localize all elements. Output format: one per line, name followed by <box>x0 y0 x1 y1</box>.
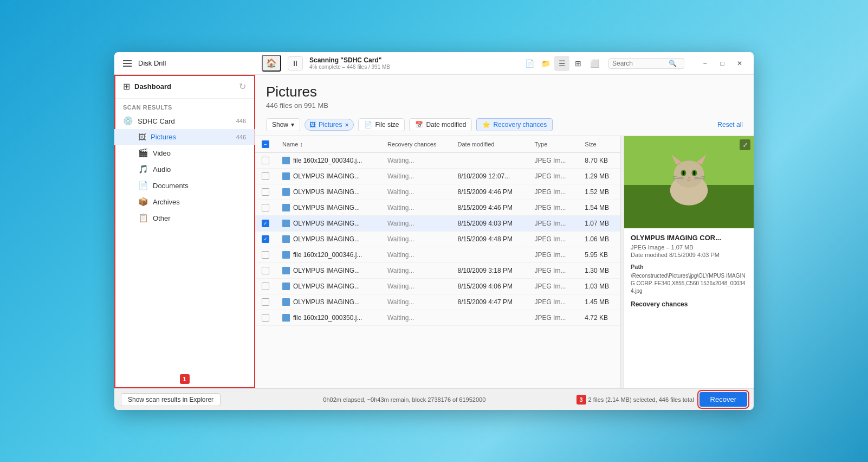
preview-panel: ⤢ OLYMPUS IMAGING COR... JPEG Image – 1.… <box>624 136 754 388</box>
table-row[interactable]: OLYMPUS IMAGING... Waiting... 8/15/2009 … <box>255 294 620 310</box>
sidebar-item-audio[interactable]: 🎵 Audio <box>114 161 255 177</box>
table-row[interactable]: OLYMPUS IMAGING... Waiting... 8/10/2009 … <box>255 169 620 184</box>
row-checkbox-cell <box>255 294 276 310</box>
sidebar-item-documents-label: Documents <box>153 182 246 190</box>
row-checkbox[interactable] <box>262 204 269 211</box>
row-recovery: Waiting... <box>381 184 451 200</box>
file-size-filter-button[interactable]: 📄 File size <box>358 118 405 131</box>
row-checkbox[interactable] <box>262 283 269 290</box>
status-elapsed: 0h02m elapsed, ~0h43m remain, block 2738… <box>323 396 485 403</box>
row-checkbox[interactable] <box>262 220 269 227</box>
table-container[interactable]: Name ↕ Recovery chances Date modified Ty… <box>255 136 620 388</box>
table-row[interactable]: OLYMPUS IMAGING... Waiting... 8/15/2009 … <box>255 232 620 247</box>
row-checkbox[interactable] <box>262 251 269 259</box>
reset-all-button[interactable]: Reset all <box>717 121 743 129</box>
files-table: Name ↕ Recovery chances Date modified Ty… <box>255 136 620 326</box>
date-modified-filter-button[interactable]: 📅 Date modified <box>409 118 472 131</box>
search-box[interactable]: 🔍 <box>608 58 684 69</box>
col-name[interactable]: Name ↕ <box>276 136 381 153</box>
status-left: Show scan results in Explorer <box>121 393 221 406</box>
row-type: JPEG Im... <box>528 200 578 216</box>
row-recovery: Waiting... <box>381 310 451 326</box>
sdhc-icon: 💿 <box>123 116 133 126</box>
table-row[interactable]: file 160x120_000346.j... Waiting... JPEG… <box>255 247 620 263</box>
row-checkbox[interactable] <box>262 267 269 274</box>
row-type: JPEG Im... <box>528 310 578 326</box>
row-size: 5.95 KB <box>578 247 620 263</box>
list-view-icon[interactable]: ☰ <box>554 56 569 71</box>
col-date[interactable]: Date modified <box>451 136 528 153</box>
pictures-chip-label: Pictures <box>319 121 342 129</box>
page-subtitle: 446 files on 991 MB <box>266 101 743 110</box>
scan-subtitle: 4% complete – 446 files / 991 MB <box>309 64 390 70</box>
maximize-button[interactable]: □ <box>715 56 730 71</box>
file-type-icon <box>282 235 290 243</box>
sidebar-item-pictures-count: 446 <box>236 134 246 140</box>
row-recovery: Waiting... <box>381 279 451 294</box>
sidebar-item-other[interactable]: 📋 Other <box>114 210 255 226</box>
show-filter-button[interactable]: Show ▾ <box>266 118 300 131</box>
pictures-chip-close[interactable]: ✕ <box>345 122 349 128</box>
sidebar-item-archives[interactable]: 📦 Archives <box>114 194 255 210</box>
date-icon-filter: 📅 <box>415 121 423 129</box>
row-type: JPEG Im... <box>528 263 578 279</box>
grid-view-icon[interactable]: ⊞ <box>571 56 586 71</box>
recover-button[interactable]: Recover <box>699 392 747 407</box>
dashboard-label: Dashboard <box>134 82 171 91</box>
table-row[interactable]: OLYMPUS IMAGING... Waiting... 8/15/2009 … <box>255 200 620 216</box>
pictures-chip[interactable]: 🖼 Pictures ✕ <box>305 119 354 131</box>
date-modified-label: Date modified <box>426 121 466 129</box>
select-all-checkbox[interactable] <box>262 140 269 148</box>
minimize-button[interactable]: − <box>697 56 712 71</box>
row-checkbox[interactable] <box>262 172 269 180</box>
table-row[interactable]: file 160x120_000350.j... Waiting... JPEG… <box>255 310 620 326</box>
col-recovery[interactable]: Recovery chances <box>381 136 451 153</box>
page-title: Pictures <box>266 84 743 100</box>
col-type[interactable]: Type <box>528 136 578 153</box>
col-size[interactable]: Size <box>578 136 620 153</box>
recovery-chances-filter-button[interactable]: ⭐ Recovery chances <box>476 118 553 131</box>
dashboard-button[interactable]: ⊞ Dashboard <box>123 81 171 92</box>
row-name: file 160x120_000350.j... <box>276 310 381 326</box>
archives-icon: 📦 <box>138 197 148 207</box>
table-row[interactable]: OLYMPUS IMAGING... Waiting... 8/15/2009 … <box>255 279 620 294</box>
preview-path-label: Path <box>631 264 747 270</box>
row-checkbox[interactable] <box>262 298 269 306</box>
row-date: 8/15/2009 4:46 PM <box>451 184 528 200</box>
save-icon[interactable]: 📄 <box>522 56 537 71</box>
table-row[interactable]: OLYMPUS IMAGING... Waiting... 8/10/2009 … <box>255 263 620 279</box>
svg-point-3 <box>674 161 704 188</box>
content-header: Pictures 446 files on 991 MB <box>255 75 754 114</box>
row-size: 1.06 MB <box>578 232 620 247</box>
row-name: OLYMPUS IMAGING... <box>276 263 381 279</box>
sidebar-item-documents[interactable]: 📄 Documents <box>114 177 255 194</box>
sidebar-item-audio-label: Audio <box>153 165 246 174</box>
row-date: 8/15/2009 4:48 PM <box>451 232 528 247</box>
row-checkbox[interactable] <box>262 235 269 243</box>
split-view-icon[interactable]: ⬜ <box>587 56 602 71</box>
preview-image <box>624 136 754 228</box>
sidebar-item-video[interactable]: 🎬 Video <box>114 145 255 161</box>
close-button[interactable]: ✕ <box>732 56 747 71</box>
table-row[interactable]: OLYMPUS IMAGING... Waiting... 8/15/2009 … <box>255 184 620 200</box>
hamburger-menu-icon[interactable] <box>121 58 134 69</box>
table-row[interactable]: OLYMPUS IMAGING... Waiting... 8/15/2009 … <box>255 216 620 232</box>
search-input[interactable] <box>612 60 666 67</box>
table-row[interactable]: file 160x120_000340.j... Waiting... JPEG… <box>255 153 620 169</box>
row-checkbox[interactable] <box>262 314 269 322</box>
row-date: 8/15/2009 4:03 PM <box>451 216 528 232</box>
pause-button[interactable]: ⏸ <box>288 56 303 70</box>
pictures-icon: 🖼 <box>138 132 146 142</box>
row-checkbox[interactable] <box>262 188 269 196</box>
scan-results-label: Scan results <box>114 99 255 113</box>
folder-icon[interactable]: 📁 <box>538 56 553 71</box>
row-checkbox-cell <box>255 200 276 216</box>
row-checkbox[interactable] <box>262 157 269 164</box>
sidebar-item-sdhc-card[interactable]: 💿 SDHC Card 446 <box>114 113 255 129</box>
file-icon-filter: 📄 <box>364 121 372 129</box>
show-explorer-button[interactable]: Show scan results in Explorer <box>121 393 221 406</box>
row-checkbox-cell <box>255 279 276 294</box>
home-button[interactable]: 🏠 <box>262 55 281 72</box>
sidebar-item-pictures[interactable]: 🖼 Pictures 446 <box>114 129 255 145</box>
preview-expand-button[interactable]: ⤢ <box>740 139 750 150</box>
